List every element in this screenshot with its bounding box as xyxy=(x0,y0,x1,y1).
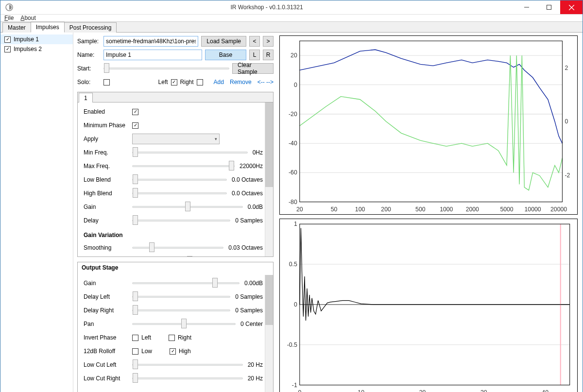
highblend-slider[interactable] xyxy=(132,188,227,199)
main-tabs: Master Impulses Post Processing xyxy=(0,22,583,33)
invert-right-checkbox[interactable] xyxy=(169,335,175,341)
lowcutL-slider[interactable] xyxy=(132,359,243,370)
out-delayL-label: Delay Left xyxy=(84,293,132,300)
out-delayR-value: 0 Samples xyxy=(235,307,263,314)
out-gain-slider[interactable] xyxy=(132,278,240,289)
svg-text:20: 20 xyxy=(419,389,426,392)
enabled-checkbox[interactable]: ✓ xyxy=(132,109,138,115)
smoothing-value: 0.03 Octaves xyxy=(228,244,263,251)
minimize-button[interactable] xyxy=(515,0,538,14)
rolloff-low-label: Low xyxy=(141,348,152,355)
svg-text:10000: 10000 xyxy=(525,206,541,213)
highblend-label: High Blend xyxy=(84,190,132,197)
invert-label: Invert Phase xyxy=(84,334,132,341)
minphase-checkbox[interactable]: ✓ xyxy=(132,122,138,129)
name-label: Name: xyxy=(77,51,101,58)
output-stage-header: Output Stage xyxy=(78,262,273,272)
svg-text:50: 50 xyxy=(331,206,338,213)
tab-master[interactable]: Master xyxy=(2,22,31,33)
svg-text:0: 0 xyxy=(294,301,297,308)
out-pan-value: 0 Center xyxy=(240,321,263,327)
highblend-value: 0.0 Octaves xyxy=(232,190,263,197)
right-label: Right xyxy=(180,79,194,85)
lowcutR-slider[interactable] xyxy=(132,373,243,384)
delay-label: Delay xyxy=(84,217,132,224)
channel-l-button[interactable]: L xyxy=(249,50,260,60)
plots-panel: -80-60-40-20020-202205010020050010002000… xyxy=(277,33,583,392)
svg-text:-0.5: -0.5 xyxy=(287,341,297,348)
list-item[interactable]: ✓ Impulse 1 xyxy=(0,34,73,44)
left-checkbox[interactable]: ✓ xyxy=(171,79,177,85)
stage-tab-1[interactable]: 1 xyxy=(79,93,93,102)
maxfreq-slider[interactable] xyxy=(132,161,235,171)
minfreq-value: 0Hz xyxy=(253,149,263,156)
scrollbar[interactable] xyxy=(265,102,273,256)
remove-stage-link[interactable]: Remove xyxy=(230,79,252,85)
solo-label: Solo: xyxy=(77,79,101,85)
prev-sample-button[interactable]: < xyxy=(249,36,260,47)
gain-label: Gain xyxy=(84,204,132,210)
lowcutL-label: Low Cut Left xyxy=(84,361,132,368)
out-gain-label: Gain xyxy=(84,280,132,287)
checkbox-icon[interactable]: ✓ xyxy=(4,36,11,43)
menubar: File About xyxy=(0,15,583,22)
stage-nav-arrows[interactable]: <-- --> xyxy=(257,79,274,85)
base-button[interactable]: Base xyxy=(205,50,246,60)
minfreq-slider[interactable] xyxy=(132,147,248,158)
svg-text:1: 1 xyxy=(294,221,297,227)
sample-path-input[interactable] xyxy=(103,36,198,47)
svg-text:1000: 1000 xyxy=(440,206,453,213)
svg-text:0: 0 xyxy=(298,389,301,392)
svg-rect-2 xyxy=(547,5,551,10)
svg-text:0: 0 xyxy=(294,82,297,88)
svg-text:2: 2 xyxy=(565,65,568,71)
next-sample-button[interactable]: > xyxy=(263,36,274,47)
out-delayL-slider[interactable] xyxy=(132,291,230,302)
add-stage-link[interactable]: Add xyxy=(214,79,224,85)
app-icon xyxy=(3,1,15,13)
stage-params: Enabled✓ Minimum Phase✓ Apply▾ Min Freq.… xyxy=(78,102,265,256)
svg-text:20: 20 xyxy=(291,52,297,59)
svg-text:30: 30 xyxy=(480,389,487,392)
chevron-down-icon: ▾ xyxy=(215,136,217,141)
list-item-label: Impulses 2 xyxy=(14,46,42,52)
menu-about[interactable]: About xyxy=(20,15,35,21)
list-item-label: Impulse 1 xyxy=(14,36,39,43)
name-input[interactable] xyxy=(103,50,202,60)
delay-slider[interactable] xyxy=(132,215,230,226)
lowblend-value: 0.0 Octaves xyxy=(232,176,263,183)
list-item[interactable]: ✓ Impulses 2 xyxy=(0,44,73,54)
smoothing-label: Smoothing xyxy=(84,244,132,251)
start-slider[interactable] xyxy=(103,63,229,74)
lowblend-slider[interactable] xyxy=(132,174,227,185)
tab-postprocessing[interactable]: Post Processing xyxy=(64,22,117,33)
amount-slider[interactable] xyxy=(132,256,247,256)
menu-file[interactable]: File xyxy=(4,15,14,21)
gain-value: 0.0dB xyxy=(248,204,263,210)
out-delayR-slider[interactable] xyxy=(132,305,230,316)
checkbox-icon[interactable]: ✓ xyxy=(4,46,11,52)
rolloff-high-checkbox[interactable]: ✓ xyxy=(170,348,176,355)
enabled-label: Enabled xyxy=(84,108,132,115)
solo-checkbox[interactable] xyxy=(103,79,110,85)
maxfreq-value: 22000Hz xyxy=(240,163,263,170)
out-pan-slider[interactable] xyxy=(132,319,236,329)
lowcutR-value: 20 Hz xyxy=(248,375,263,382)
invert-left-checkbox[interactable] xyxy=(132,335,138,341)
tab-impulses[interactable]: Impulses xyxy=(31,22,65,33)
gain-slider[interactable] xyxy=(132,202,243,212)
window-title: IR Workshop - v0.1.0.31321 xyxy=(18,4,515,11)
svg-text:10: 10 xyxy=(358,389,364,392)
svg-text:500: 500 xyxy=(415,206,426,213)
apply-select[interactable]: ▾ xyxy=(132,134,220,144)
maximize-button[interactable] xyxy=(538,0,560,14)
load-sample-button[interactable]: Load Sample xyxy=(201,36,246,47)
svg-text:2000: 2000 xyxy=(466,206,479,213)
close-button[interactable] xyxy=(560,0,583,14)
scrollbar[interactable] xyxy=(265,275,273,392)
right-checkbox[interactable] xyxy=(197,79,203,85)
clear-sample-button[interactable]: Clear Sample xyxy=(232,63,274,74)
channel-r-button[interactable]: R xyxy=(263,50,274,60)
smoothing-slider[interactable] xyxy=(132,242,223,253)
rolloff-low-checkbox[interactable] xyxy=(132,348,138,355)
